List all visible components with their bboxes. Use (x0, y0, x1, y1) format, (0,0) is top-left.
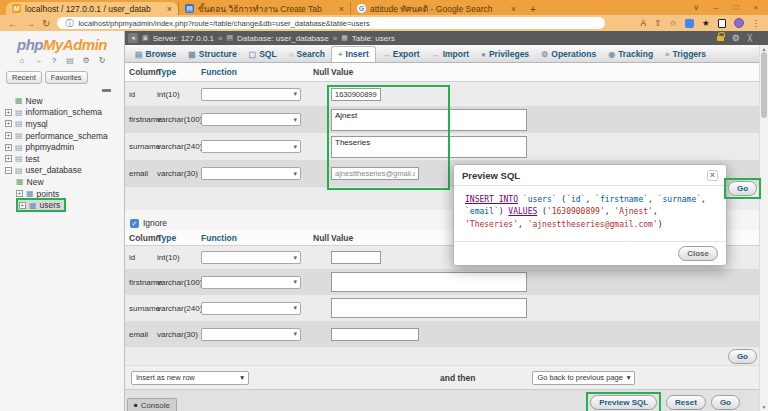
expand-icon[interactable]: + (19, 202, 26, 209)
function-select[interactable]: ▾ (201, 140, 301, 153)
extension-icon-blue[interactable] (685, 19, 694, 28)
browser-menu-icon[interactable]: ⋮ (752, 18, 761, 28)
scroll-down-icon[interactable]: ▼ (760, 404, 768, 410)
tab-triggers[interactable]: »Triggers (659, 47, 712, 62)
function-select[interactable]: ▾ (201, 276, 301, 289)
expand-icon[interactable]: + (5, 144, 12, 151)
fullscreen-icon[interactable]: ╳ (748, 34, 752, 42)
tab-structure[interactable]: ▦Structure (182, 47, 242, 62)
collapse-nav-icon[interactable]: ◄ (128, 33, 138, 43)
after-insert-select[interactable]: Go back to previous page ▾ (532, 371, 635, 385)
tree-label[interactable]: performance_schema (26, 131, 108, 141)
firstname-value-textarea[interactable]: Ajnest (331, 109, 527, 131)
tree-label[interactable]: users (40, 200, 61, 210)
vertical-scrollbar[interactable]: ▲ ▼ (759, 45, 768, 411)
nav-resize-handle[interactable] (102, 89, 111, 92)
tree-item-new-table[interactable]: ▦ New (0, 176, 124, 188)
share-icon[interactable]: ⇧ (654, 18, 661, 28)
browser-tab-thai-doc[interactable]: ▤ ขั้นตอน วิธีการทำงาน Create Tab × (178, 2, 350, 15)
expand-icon[interactable]: + (16, 190, 23, 197)
site-info-icon[interactable]: ⓘ (65, 18, 73, 29)
tab-close-icon[interactable]: × (339, 4, 344, 14)
surname-value-textarea-2[interactable] (331, 298, 527, 318)
email-value-input[interactable] (331, 167, 419, 180)
tree-label[interactable]: information_schema (26, 107, 103, 117)
tab-export[interactable]: →Export (376, 47, 426, 62)
new-tab-button[interactable]: + (526, 4, 540, 15)
ignore-checkbox[interactable]: ✓ (130, 219, 139, 228)
reload-nav-icon[interactable]: ↻ (97, 56, 107, 65)
tree-label[interactable]: mysql (26, 119, 48, 129)
tab-sql[interactable]: ▢SQL (243, 47, 283, 62)
expand-icon[interactable]: + (5, 132, 12, 139)
tree-item-information-schema[interactable]: + ▤ information_schema (0, 107, 124, 119)
tab-import[interactable]: ←Import (426, 47, 475, 62)
function-select[interactable]: ▾ (201, 167, 301, 180)
logout-icon[interactable]: → (33, 56, 43, 65)
maximize-icon[interactable]: □ (733, 3, 738, 12)
surname-value-textarea[interactable]: Theseries (331, 136, 527, 158)
expand-icon[interactable]: + (5, 120, 12, 127)
function-select[interactable]: ▾ (201, 88, 301, 101)
breadcrumb-database[interactable]: Database: user_database (237, 34, 329, 43)
function-select[interactable]: ▾ (201, 251, 301, 264)
home-icon[interactable]: ⌂ (17, 56, 27, 65)
function-select[interactable]: ▾ (201, 328, 301, 341)
profile-avatar[interactable] (734, 18, 744, 28)
tab-operations[interactable]: ⚙Operations (535, 47, 602, 62)
function-select[interactable]: ▾ (201, 302, 301, 315)
back-icon[interactable]: ← (8, 18, 18, 29)
breadcrumb-server[interactable]: Server: 127.0.0.1 (153, 34, 214, 43)
address-bar[interactable]: ⓘ localhost/phpmyadmin/index.php?route=/… (57, 17, 605, 29)
favorites-button[interactable]: Favorites (45, 71, 88, 84)
tree-item-test[interactable]: + ▤ test (0, 153, 124, 165)
email-value-input-2[interactable] (331, 328, 419, 341)
breadcrumb-table[interactable]: Table: users (352, 34, 395, 43)
dialog-close-button[interactable]: Close (678, 246, 718, 261)
documentation-icon[interactable]: ▤ (65, 56, 75, 65)
tree-item-user-database[interactable]: − ▤ user_database (0, 165, 124, 177)
function-select[interactable]: ▾ (201, 113, 301, 126)
block2-go-button[interactable]: Go (728, 349, 757, 364)
preview-sql-button[interactable]: Preview SQL (590, 395, 657, 410)
insert-mode-select[interactable]: Insert as new row ▾ (131, 371, 249, 385)
dialog-close-icon[interactable]: × (707, 170, 718, 181)
tree-label[interactable]: New (27, 177, 44, 187)
tab-search-icon[interactable]: ∨ (693, 3, 699, 12)
settings-gear-icon[interactable]: ⚙ (81, 56, 91, 65)
extension-icon-bw[interactable] (718, 19, 726, 28)
tree-item-phpmyadmin[interactable]: + ▤ phpmyadmin (0, 141, 124, 153)
minimize-icon[interactable]: – (714, 3, 718, 12)
tree-item-new-database[interactable]: ▦ New (0, 95, 124, 107)
browser-tab-phpmyadmin[interactable]: M localhost / 127.0.0.1 / user_datab × (6, 2, 178, 15)
firstname-value-textarea-2[interactable] (331, 272, 527, 292)
collapse-icon[interactable]: − (5, 167, 12, 174)
tree-item-users[interactable]: + ▦ users (0, 199, 124, 211)
tab-search[interactable]: ○Search (283, 47, 331, 62)
tree-label[interactable]: points (37, 189, 60, 199)
extension-star-icon[interactable]: ★ (702, 18, 710, 28)
tree-label[interactable]: user_database (26, 165, 82, 175)
translate-icon[interactable]: A (640, 18, 646, 28)
go-button[interactable]: Go (711, 395, 740, 410)
tree-label[interactable]: New (26, 96, 43, 106)
tree-item-performance-schema[interactable]: + ▤ performance_schema (0, 130, 124, 142)
page-settings-gear-icon[interactable]: ⚙ (732, 33, 740, 43)
browser-tab-google-search[interactable]: G attitude ทัศนคติ - Google Search × (350, 2, 522, 15)
help-icon[interactable]: ? (49, 56, 59, 65)
expand-icon[interactable]: + (5, 155, 12, 162)
tree-label[interactable]: test (26, 154, 40, 164)
tree-item-mysql[interactable]: + ▤ mysql (0, 118, 124, 130)
tab-close-icon[interactable]: × (167, 4, 172, 14)
id-value-input[interactable] (331, 88, 381, 101)
scrollbar-thumb[interactable] (761, 52, 767, 118)
bookmark-star-icon[interactable]: ☆ (669, 18, 677, 28)
block1-go-button[interactable]: Go (728, 181, 757, 196)
tab-tracking[interactable]: ◉Tracking (602, 47, 659, 62)
reset-button[interactable]: Reset (666, 395, 706, 410)
console-tab[interactable]: ■ Console (127, 398, 177, 411)
tab-close-icon[interactable]: × (511, 4, 516, 14)
tab-insert[interactable]: +Insert (331, 46, 376, 62)
tab-privileges[interactable]: ●Privileges (475, 47, 535, 62)
recent-button[interactable]: Recent (6, 71, 42, 84)
